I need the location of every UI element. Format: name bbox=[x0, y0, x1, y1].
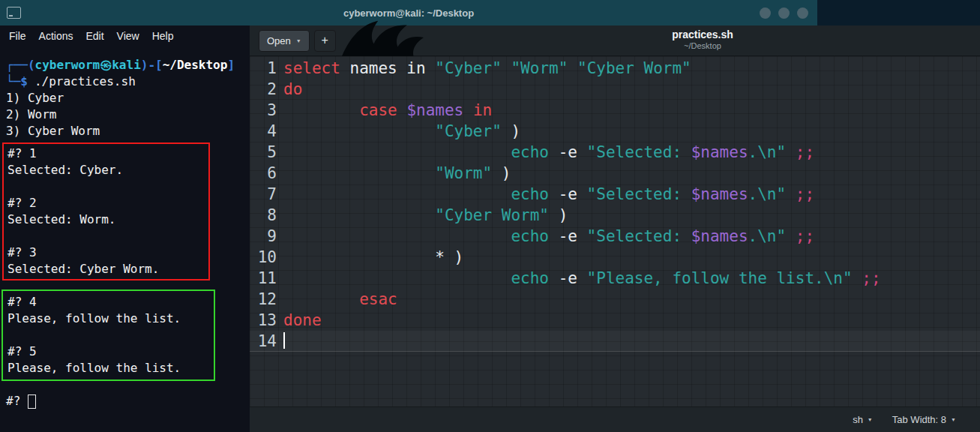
maximize-button[interactable] bbox=[778, 8, 790, 19]
plus-icon: + bbox=[322, 34, 328, 47]
kali-dragon-logo bbox=[338, 16, 427, 56]
select-option: 3) Cyber Worm bbox=[6, 123, 250, 140]
menu-item-file[interactable]: File bbox=[9, 30, 26, 42]
code-line-12[interactable]: 12 esac bbox=[250, 289, 980, 310]
line-number: 14 bbox=[250, 331, 283, 351]
chevron-down-icon: ▼ bbox=[951, 417, 956, 422]
code-lines: 1select names in "Cyber" "Worm" "Cyber W… bbox=[250, 58, 980, 352]
blank-line bbox=[7, 178, 208, 195]
terminal-titlebar[interactable]: cyberworm@kali: ~/Desktop bbox=[0, 0, 980, 26]
terminal-menubar: FileActionsEditViewHelp bbox=[0, 26, 250, 42]
code-line-7[interactable]: 7 echo -e "Selected: $names.\n" ;; bbox=[250, 184, 980, 205]
select-option: 1) Cyber bbox=[6, 90, 250, 106]
code-line-14[interactable]: 14 bbox=[250, 331, 980, 352]
prompt-user-host: cyberworm㉿kali bbox=[35, 58, 141, 72]
terminal-input-line[interactable]: #? bbox=[6, 393, 250, 410]
code-text: do bbox=[283, 79, 302, 100]
line-number: 9 bbox=[250, 226, 283, 247]
code-line-9[interactable]: 9 echo -e "Selected: $names.\n" ;; bbox=[250, 226, 980, 247]
code-line-10[interactable]: 10 * ) bbox=[250, 247, 980, 268]
select-reply-line: Please, follow the list. bbox=[7, 310, 214, 327]
terminal-prompt-text: #? bbox=[6, 393, 20, 410]
new-tab-button[interactable]: + bbox=[314, 30, 336, 52]
terminal-window-icon bbox=[7, 7, 21, 19]
code-line-11[interactable]: 11 echo -e "Please, follow the list.\n" … bbox=[250, 268, 980, 289]
code-editor[interactable]: 1select names in "Cyber" "Worm" "Cyber W… bbox=[250, 56, 980, 406]
prompt-line-2: └─$./practices.sh bbox=[6, 74, 250, 90]
tab-width-selector[interactable]: Tab Width: 8 ▼ bbox=[892, 414, 956, 425]
code-line-13[interactable]: 13done bbox=[250, 310, 980, 331]
menu-item-help[interactable]: Help bbox=[152, 30, 174, 42]
menu-item-view[interactable]: View bbox=[117, 30, 139, 42]
titlebar-background-right bbox=[817, 0, 980, 26]
code-text: "Cyber Worm" ) bbox=[283, 205, 568, 226]
prompt-line-1: ┌──(cyberworm㉿kali)-[~/Desktop] bbox=[6, 57, 250, 74]
blank-line bbox=[7, 228, 208, 244]
code-text: echo -e "Please, follow the list.\n" ;; bbox=[283, 268, 881, 289]
terminal-cursor bbox=[28, 394, 36, 409]
document-title: practices.sh bbox=[672, 28, 733, 40]
line-number: 1 bbox=[250, 58, 283, 79]
window-controls bbox=[760, 8, 808, 19]
desktop: cyberworm@kali: ~/Desktop FileActionsEdi… bbox=[0, 0, 980, 432]
code-text: esac bbox=[283, 289, 397, 310]
line-number: 11 bbox=[250, 268, 283, 289]
line-number: 5 bbox=[250, 142, 283, 163]
select-query-line: #? 5 bbox=[7, 344, 214, 360]
menu-item-actions[interactable]: Actions bbox=[39, 30, 73, 42]
code-line-6[interactable]: 6 "Worm" ) bbox=[250, 163, 980, 184]
line-number: 13 bbox=[250, 310, 283, 331]
code-line-3[interactable]: 3 case $names in bbox=[250, 100, 980, 121]
language-label: sh bbox=[853, 414, 863, 425]
close-button[interactable] bbox=[797, 8, 808, 19]
editor-statusbar: sh ▼ Tab Width: 8 ▼ bbox=[250, 406, 980, 432]
select-reply-line: Selected: Cyber. bbox=[7, 162, 208, 178]
text-editor-window: Open ▼ + practices.sh ~/Desktop 1select … bbox=[250, 26, 980, 432]
tab-width-label: Tab Width: 8 bbox=[892, 414, 946, 425]
command-text: ./practices.sh bbox=[34, 74, 136, 88]
terminal-window: FileActionsEditViewHelp ┌──(cyberworm㉿ka… bbox=[0, 26, 250, 432]
code-text bbox=[283, 331, 285, 351]
line-number: 7 bbox=[250, 184, 283, 205]
line-number: 8 bbox=[250, 205, 283, 226]
prompt-symbol: └─$ bbox=[6, 74, 28, 88]
code-text: case $names in bbox=[283, 100, 492, 121]
code-text: done bbox=[283, 310, 322, 331]
code-line-5[interactable]: 5 echo -e "Selected: $names.\n" ;; bbox=[250, 142, 980, 163]
document-header: practices.sh ~/Desktop bbox=[672, 28, 733, 50]
open-button-label: Open bbox=[267, 35, 291, 46]
code-text: echo -e "Selected: $names.\n" ;; bbox=[283, 184, 814, 205]
select-reply-line: Please, follow the list. bbox=[7, 360, 214, 376]
open-button[interactable]: Open ▼ bbox=[259, 30, 310, 52]
document-path: ~/Desktop bbox=[672, 41, 733, 50]
terminal-icon-cursor bbox=[9, 15, 13, 16]
code-text: select names in "Cyber" "Worm" "Cyber Wo… bbox=[283, 58, 691, 79]
select-reply-line: Selected: Cyber Worm. bbox=[7, 261, 208, 278]
code-text: echo -e "Selected: $names.\n" ;; bbox=[283, 142, 814, 163]
prompt-mid: )-[ bbox=[141, 58, 163, 72]
terminal-output: ┌──(cyberworm㉿kali)-[~/Desktop] └─$./pra… bbox=[0, 57, 250, 410]
select-query-line: #? 2 bbox=[7, 195, 208, 212]
select-query-line: #? 1 bbox=[7, 146, 208, 162]
prompt-open: ┌──( bbox=[6, 58, 35, 72]
code-line-8[interactable]: 8 "Cyber Worm" ) bbox=[250, 205, 980, 226]
language-selector[interactable]: sh ▼ bbox=[853, 414, 873, 425]
code-text: echo -e "Selected: $names.\n" ;; bbox=[283, 226, 814, 247]
chevron-down-icon: ▼ bbox=[296, 38, 301, 44]
blank-line bbox=[7, 327, 214, 344]
code-line-1[interactable]: 1select names in "Cyber" "Worm" "Cyber W… bbox=[250, 58, 980, 79]
minimize-button[interactable] bbox=[760, 8, 771, 19]
prompt-close: ] bbox=[227, 58, 235, 72]
code-text: "Cyber" ) bbox=[283, 121, 520, 142]
text-cursor bbox=[283, 332, 285, 349]
chevron-down-icon: ▼ bbox=[868, 417, 873, 422]
line-number: 6 bbox=[250, 163, 283, 184]
line-number: 4 bbox=[250, 121, 283, 142]
code-line-2[interactable]: 2do bbox=[250, 79, 980, 100]
line-number: 3 bbox=[250, 100, 283, 121]
line-number: 2 bbox=[250, 79, 283, 100]
code-text: "Worm" ) bbox=[283, 163, 511, 184]
menu-item-edit[interactable]: Edit bbox=[85, 30, 103, 42]
code-text: * ) bbox=[283, 247, 463, 268]
code-line-4[interactable]: 4 "Cyber" ) bbox=[250, 121, 980, 142]
